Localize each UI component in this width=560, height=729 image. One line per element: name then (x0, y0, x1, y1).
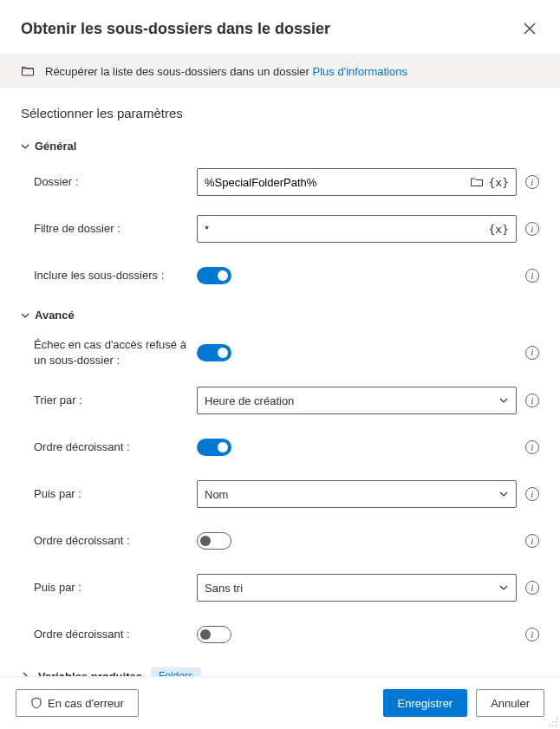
include-subfolders-toggle[interactable] (197, 267, 231, 284)
field-then-by2: Puis par : Sans tri i (34, 574, 539, 602)
variables-produced-label: Variables produites (38, 670, 142, 676)
desc3-toggle[interactable] (197, 626, 231, 643)
field-label: Filtre de dossier : (34, 221, 197, 237)
dialog-title: Obtenir les sous-dossiers dans le dossie… (21, 20, 330, 38)
cancel-button[interactable]: Annuler (476, 689, 544, 717)
field-label: Échec en cas d'accès refusé à un sous-do… (34, 337, 197, 368)
group-advanced-content: Échec en cas d'accès refusé à un sous-do… (21, 337, 539, 648)
info-icon[interactable]: i (525, 628, 539, 641)
svg-point-4 (552, 725, 554, 726)
close-button[interactable] (520, 19, 539, 38)
svg-point-3 (549, 725, 550, 726)
variables-produced-row[interactable]: Variables produites Folders (21, 667, 539, 676)
svg-point-1 (552, 721, 554, 723)
dialog: Obtenir les sous-dossiers dans le dossie… (0, 0, 560, 729)
info-icon[interactable]: i (525, 222, 539, 236)
dialog-footer: En cas d'erreur Enregistrer Annuler (0, 676, 560, 729)
group-header-general[interactable]: Général (21, 140, 539, 153)
info-bar: Récupérer la liste des sous-dossiers dan… (0, 54, 560, 88)
select-value: Nom (205, 488, 228, 501)
field-filter: Filtre de dossier : {x} i (34, 215, 539, 243)
group-label: Avancé (35, 309, 75, 322)
folder-browse-icon[interactable] (470, 175, 484, 189)
info-icon[interactable]: i (525, 394, 539, 407)
svg-point-0 (556, 718, 557, 719)
field-folder: Dossier : {x} i (34, 168, 539, 196)
more-info-link[interactable]: Plus d'informations (313, 65, 407, 78)
info-icon[interactable]: i (525, 487, 539, 501)
info-text: Récupérer la liste des sous-dossiers dan… (45, 65, 407, 78)
field-desc3: Ordre décroissant : i (34, 621, 539, 648)
sort-by-select[interactable]: Heure de création (197, 387, 517, 414)
desc1-toggle[interactable] (197, 439, 231, 456)
svg-point-5 (556, 725, 557, 726)
field-sort-by: Trier par : Heure de création i (34, 387, 539, 414)
field-label: Ordre décroissant : (34, 533, 197, 549)
field-label: Ordre décroissant : (34, 627, 197, 642)
then-by1-select[interactable]: Nom (197, 480, 517, 508)
field-then-by1: Puis par : Nom i (34, 480, 539, 508)
info-icon[interactable]: i (525, 175, 539, 189)
info-icon[interactable]: i (525, 581, 539, 595)
group-label: Général (35, 140, 76, 153)
info-icon[interactable]: i (525, 269, 539, 283)
fail-on-denied-toggle[interactable] (197, 344, 231, 361)
select-value: Heure de création (205, 394, 294, 407)
shield-icon (30, 697, 42, 709)
folder-input-wrapper: {x} (197, 168, 517, 196)
field-label: Ordre décroissant : (34, 439, 197, 455)
info-icon[interactable]: i (525, 346, 539, 360)
content-area: Sélectionner les paramètres Général Doss… (0, 88, 560, 676)
close-icon (524, 23, 536, 35)
field-desc2: Ordre décroissant : i (34, 527, 539, 555)
field-label: Puis par : (34, 486, 197, 502)
info-icon[interactable]: i (525, 440, 539, 454)
folder-outline-icon (21, 64, 35, 78)
chevron-down-icon (21, 311, 29, 320)
select-value: Sans tri (205, 582, 243, 595)
desc2-toggle[interactable] (197, 532, 231, 550)
info-icon[interactable]: i (525, 534, 539, 548)
then-by2-select[interactable]: Sans tri (197, 574, 517, 602)
dialog-header: Obtenir les sous-dossiers dans le dossie… (0, 0, 560, 54)
group-header-advanced[interactable]: Avancé (21, 309, 539, 322)
folder-input[interactable] (205, 176, 470, 189)
field-include-subfolders: Inclure les sous-dossiers : i (34, 262, 539, 290)
field-label: Dossier : (34, 174, 197, 190)
chevron-down-icon (498, 395, 509, 406)
variable-picker-icon[interactable]: {x} (489, 223, 509, 236)
chevron-down-icon (498, 583, 509, 593)
resize-grip[interactable] (548, 717, 558, 727)
chevron-right-icon (21, 670, 29, 676)
save-button[interactable]: Enregistrer (383, 689, 468, 717)
filter-input[interactable] (205, 223, 489, 236)
group-general-content: Dossier : {x} i Filtre de dossier : (21, 168, 539, 290)
chevron-down-icon (21, 142, 29, 151)
field-label: Trier par : (34, 393, 197, 408)
variable-picker-icon[interactable]: {x} (489, 176, 509, 189)
field-label: Puis par : (34, 580, 197, 596)
field-desc1: Ordre décroissant : i (34, 433, 539, 461)
section-title: Sélectionner les paramètres (21, 106, 539, 120)
field-label: Inclure les sous-dossiers : (34, 268, 197, 283)
field-fail-denied: Échec en cas d'accès refusé à un sous-do… (34, 337, 539, 368)
filter-input-wrapper: {x} (197, 215, 517, 243)
variable-badge[interactable]: Folders (151, 667, 201, 676)
on-error-button[interactable]: En cas d'erreur (16, 689, 139, 717)
svg-point-2 (556, 721, 557, 723)
chevron-down-icon (498, 489, 509, 499)
